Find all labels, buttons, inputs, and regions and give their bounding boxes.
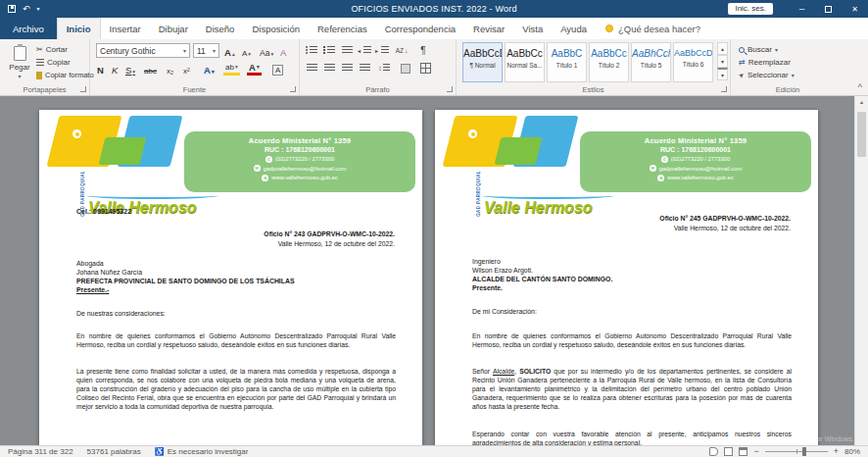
tab-inicio[interactable]: Inicio: [57, 18, 101, 39]
show-marks-button[interactable]: ¶: [415, 43, 431, 58]
read-mode-icon[interactable]: [709, 447, 718, 456]
style-sin-espaciado[interactable]: AaBbCc Normal Sa...: [505, 42, 545, 82]
tab-archivo[interactable]: Archivo: [0, 18, 57, 39]
font-color-button[interactable]: A▾: [247, 61, 262, 76]
tab-vista[interactable]: Vista: [513, 18, 552, 39]
tell-me-box[interactable]: ¿Qué desea hacer?: [596, 18, 710, 39]
tab-correspondencia[interactable]: Correspondencia: [376, 18, 464, 39]
group-label-portapapeles: Portapapeles: [0, 85, 89, 94]
numbering-button[interactable]: [321, 43, 337, 58]
select-button[interactable]: ➤ Seleccionar ▾: [739, 71, 795, 79]
shading-button[interactable]: [398, 61, 413, 76]
vertical-scrollbar[interactable]: ▴: [854, 96, 868, 445]
tab-insertar[interactable]: Insertar: [101, 18, 150, 39]
dialog-launcher-icon[interactable]: [80, 86, 86, 92]
dialog-launcher-icon[interactable]: [447, 86, 453, 92]
change-case-button[interactable]: Aa▾: [258, 43, 275, 58]
tab-referencias[interactable]: Referencias: [309, 18, 376, 39]
print-layout-icon[interactable]: [724, 447, 733, 456]
zoom-level[interactable]: 80%: [844, 447, 860, 456]
multilevel-list-icon: [342, 46, 353, 55]
tab-ayuda[interactable]: Ayuda: [552, 18, 596, 39]
underline-button[interactable]: S▾: [123, 61, 137, 76]
zoom-in-button[interactable]: +: [834, 447, 839, 456]
borders-button[interactable]: [417, 61, 433, 76]
justify-button[interactable]: [357, 61, 372, 76]
style-titulo-6[interactable]: AaBbCcDc Título 6: [673, 42, 713, 82]
dialog-launcher-icon[interactable]: [721, 86, 727, 92]
web-layout-icon[interactable]: [739, 447, 747, 456]
restore-button[interactable]: [815, 0, 842, 18]
paragraph: Esperando contar con vuestra favorable a…: [472, 430, 792, 445]
minimize-button[interactable]: ─: [789, 0, 815, 18]
document-canvas[interactable]: Acuerdo Ministerial N° 1359 RUC : 176812…: [0, 96, 868, 445]
style-titulo-1[interactable]: AaBbC Título 1: [547, 42, 587, 82]
decrease-indent-button[interactable]: ◂: [357, 43, 372, 58]
styles-scroll-up-button[interactable]: ▴: [717, 42, 728, 55]
scrollbar-thumb[interactable]: [857, 112, 866, 157]
strikethrough-button[interactable]: abc: [142, 61, 159, 76]
superscript-button[interactable]: x²: [181, 61, 192, 76]
shrink-font-button[interactable]: A▾: [240, 43, 253, 58]
page-1[interactable]: Acuerdo Ministerial N° 1359 RUC : 176812…: [39, 110, 422, 445]
replace-button[interactable]: ⇄ Reemplazar: [739, 58, 791, 67]
outdent-icon: ◂: [358, 47, 361, 54]
font-size-combo[interactable]: 11 ▾: [193, 43, 219, 58]
bullets-button[interactable]: [304, 43, 319, 58]
tab-diseno[interactable]: Diseño: [197, 18, 244, 39]
clipboard-icon: [14, 46, 26, 61]
qat-customize-icon[interactable]: ▾: [37, 6, 40, 12]
scroll-up-button[interactable]: ▴: [855, 96, 868, 109]
style-titulo-2[interactable]: AaBbCc Título 2: [589, 42, 629, 82]
zoom-out-button[interactable]: −: [753, 447, 758, 456]
undo-icon[interactable]: ↶: [23, 5, 30, 14]
line-spacing-button[interactable]: ↕: [376, 61, 392, 76]
ribbon-tab-strip: Archivo Inicio Insertar Dibujar Diseño D…: [0, 18, 868, 39]
sign-in-button[interactable]: Inic. ses.: [728, 3, 773, 15]
character-shading-button[interactable]: A: [270, 61, 285, 76]
styles-scroll-down-button[interactable]: ▾: [717, 55, 728, 68]
tab-dibujar[interactable]: Dibujar: [150, 18, 197, 39]
multilevel-list-button[interactable]: [339, 43, 355, 58]
zoom-slider-thumb[interactable]: [802, 447, 806, 456]
text-effects-button[interactable]: A▾: [202, 61, 217, 76]
close-button[interactable]: ✕: [842, 0, 868, 18]
paragraph: En nombre de quienes conformamos el Gobi…: [76, 331, 396, 349]
shading-icon: [401, 64, 410, 74]
align-left-button[interactable]: [304, 61, 319, 76]
page-indicator[interactable]: Página 311 de 322: [8, 447, 73, 456]
globe-icon: ⊕: [657, 175, 664, 181]
paste-button[interactable]: Pegar ▾: [5, 43, 34, 85]
cut-button[interactable]: ✂ Cortar: [36, 45, 68, 54]
align-right-button[interactable]: [339, 61, 355, 76]
lightbulb-icon: [605, 25, 613, 32]
grow-font-button[interactable]: A▴: [222, 43, 237, 58]
sort-button[interactable]: AZ ↓: [394, 43, 410, 58]
highlight-color-button[interactable]: ab▾: [223, 61, 240, 76]
copy-button[interactable]: Copiar: [36, 58, 71, 67]
style-normal[interactable]: AaBbCcD ¶ Normal: [462, 42, 503, 82]
bold-button[interactable]: N: [95, 61, 106, 76]
subscript-button[interactable]: x₂: [165, 61, 175, 76]
page-2[interactable]: Acuerdo Ministerial N° 1359 RUC : 176812…: [435, 110, 818, 445]
format-painter-button[interactable]: Copiar formato: [36, 71, 94, 79]
word-count[interactable]: 53761 palabras: [87, 447, 141, 456]
zoom-slider[interactable]: [765, 451, 828, 452]
save-icon[interactable]: [8, 5, 16, 13]
sort-icon: AZ: [396, 47, 404, 54]
salutation: De mi Consideración:: [472, 308, 537, 315]
tab-revisar[interactable]: Revisar: [464, 18, 513, 39]
italic-button[interactable]: K: [110, 61, 120, 76]
styles-more-button[interactable]: ▾: [717, 68, 728, 80]
find-button[interactable]: Buscar ▾: [739, 45, 778, 54]
tab-disposicion[interactable]: Disposición: [243, 18, 309, 39]
clear-format-button[interactable]: A: [278, 43, 288, 58]
accessibility-status[interactable]: ♿ Es necesario investigar: [155, 447, 249, 456]
font-name-combo[interactable]: Century Gothic ▾: [96, 43, 190, 58]
style-titulo-5[interactable]: AaBhCcl Título 5: [631, 42, 671, 82]
group-label-fuente: Fuente: [90, 85, 299, 94]
increase-indent-button[interactable]: ▸: [374, 43, 390, 58]
collapse-ribbon-icon[interactable]: ^: [858, 82, 862, 92]
align-center-button[interactable]: [321, 61, 337, 76]
dialog-launcher-icon[interactable]: [290, 86, 296, 92]
